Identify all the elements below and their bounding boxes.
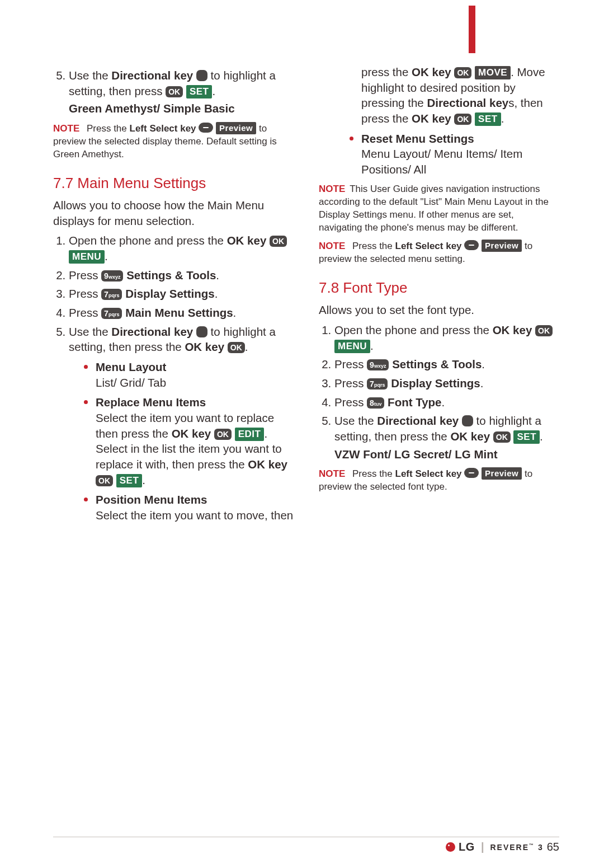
- bullet-head: Position Menu Items: [96, 493, 207, 506]
- step: Open the phone and press the OK key OK M…: [69, 233, 294, 264]
- page: Use the Directional key to highlight a s…: [0, 0, 604, 868]
- key-letters: wxyz: [108, 274, 121, 280]
- note-label: NOTE: [319, 241, 345, 251]
- side-tab: [469, 6, 475, 53]
- note-block: NOTE Press the Left Select key Preview t…: [319, 467, 559, 494]
- directional-key-icon: [196, 70, 207, 81]
- ok-key-icon: OK: [270, 236, 287, 247]
- move-badge: MOVE: [475, 66, 511, 79]
- bullet: Menu Layout List/ Grid/ Tab: [96, 358, 294, 390]
- bold-text: OK key: [227, 234, 270, 247]
- key-letters: pqrs: [108, 312, 120, 317]
- section-heading: 7.8 Font Type: [319, 278, 559, 298]
- step: Press 7pqrs Display Settings.: [334, 376, 559, 391]
- bullet: Reset Menu Settings Menu Layout/ Menu It…: [361, 130, 559, 177]
- text: Open the phone and press the: [334, 323, 493, 336]
- brand-lg: LG: [459, 841, 475, 853]
- brand-revere-text: REVERE: [490, 843, 529, 852]
- set-badge: SET: [475, 112, 501, 126]
- page-number: 65: [547, 841, 559, 853]
- bullet-text: Menu Layout/ Menu Items/ Item Positions/…: [361, 147, 522, 176]
- step: Press 9wxyz Settings & Tools.: [334, 356, 559, 372]
- lg-logo-icon: [446, 842, 455, 852]
- key-8-icon: 8tuv: [367, 397, 384, 409]
- key-9-icon: 9wxyz: [367, 359, 389, 370]
- ok-key-icon: OK: [214, 429, 232, 440]
- menu-badge: MENU: [69, 250, 105, 264]
- bold-text: OK key: [185, 340, 227, 353]
- bold-text: Directional key: [111, 69, 193, 82]
- left-select-key-icon: [199, 123, 213, 133]
- bullet-text: List/ Grid/ Tab: [96, 376, 166, 389]
- page-footer: LG | REVERE™ 3 65: [53, 837, 559, 837]
- note-text: Press the: [352, 468, 395, 479]
- bold-text: Directional key: [377, 414, 459, 427]
- bold-text: OK key: [493, 323, 535, 336]
- bold-text: OK key: [412, 65, 454, 78]
- note-text: This User Guide gives navigation instruc…: [319, 184, 549, 233]
- bold-text: Left Select key: [395, 241, 462, 251]
- text: Press: [69, 269, 101, 281]
- key-7-icon: 7pqrs: [367, 378, 388, 390]
- directional-key-icon: [462, 415, 473, 426]
- note-label: NOTE: [319, 184, 345, 194]
- bullet: Replace Menu Items Select the item you w…: [96, 393, 294, 487]
- bold-text: OK key: [248, 458, 287, 471]
- key-7-icon: 7pqrs: [101, 308, 122, 319]
- note-label: NOTE: [319, 468, 345, 479]
- bold-text: Main Menu Settings: [125, 306, 233, 319]
- step: Press 9wxyz Settings & Tools.: [69, 268, 294, 283]
- ok-key-icon: OK: [166, 86, 183, 97]
- key-digit: 7: [104, 290, 108, 299]
- note-label: NOTE: [53, 123, 79, 134]
- key-digit: 7: [370, 379, 374, 388]
- ok-key-icon: OK: [454, 67, 471, 78]
- brand-revere-suffix: 3: [538, 843, 544, 852]
- preview-badge: Preview: [482, 467, 522, 480]
- left-select-key-icon: [464, 468, 479, 478]
- text: Use the: [69, 69, 111, 82]
- bold-text: Directional key: [427, 96, 508, 109]
- bold-text: Left Select key: [130, 123, 196, 134]
- step-5: Use the Directional key to highlight a s…: [69, 68, 294, 116]
- set-badge: SET: [116, 474, 143, 487]
- key-7-icon: 7pqrs: [101, 289, 122, 300]
- menu-badge: MENU: [334, 340, 370, 353]
- ok-key-icon: OK: [454, 114, 471, 125]
- key-digit: 9: [104, 271, 108, 280]
- steps-list: Open the phone and press the OK key OK M…: [319, 322, 559, 462]
- key-letters: pqrs: [374, 382, 385, 388]
- text: Press: [69, 306, 101, 319]
- note-block: NOTE Press the Left Select key Preview t…: [53, 122, 294, 161]
- edit-badge: EDIT: [235, 428, 265, 441]
- note-block: NOTE Press the Left Select key Preview t…: [319, 240, 559, 266]
- text: Open the phone and press the: [69, 234, 227, 247]
- key-letters: pqrs: [108, 293, 120, 298]
- bullet-head: Reset Menu Settings: [361, 132, 474, 145]
- bold-text: Settings & Tools: [392, 358, 482, 370]
- step: Press 7pqrs Main Menu Settings.: [69, 305, 294, 321]
- bold-text: OK key: [450, 430, 493, 443]
- bold-text: Directional key: [111, 325, 193, 338]
- set-badge: SET: [513, 430, 540, 444]
- bold-text: OK key: [172, 427, 214, 440]
- bullet-head: Menu Layout: [96, 360, 166, 373]
- step: Use the Directional key to highlight a s…: [334, 413, 559, 462]
- ok-key-icon: OK: [228, 342, 245, 353]
- key-digit: 8: [370, 398, 374, 407]
- ok-key-icon: OK: [493, 431, 511, 443]
- footer-right: LG | REVERE™ 3 65: [446, 841, 559, 853]
- directional-key-icon: [196, 326, 207, 337]
- note-block: NOTEThis User Guide gives navigation ins…: [319, 183, 559, 234]
- section-intro: Allows you to choose how the Main Menu d…: [53, 198, 294, 228]
- options-subtext: VZW Font/ LG Secret/ LG Mint: [334, 447, 559, 462]
- note-text: Press the: [352, 241, 395, 251]
- text: Use the: [334, 414, 377, 427]
- continued-steps: Use the Directional key to highlight a s…: [53, 68, 294, 116]
- key-digit: 7: [104, 309, 108, 318]
- section-intro: Allows you to set the font type.: [319, 302, 559, 318]
- text: Press: [334, 377, 367, 390]
- section-heading: 7.7 Main Menu Settings: [53, 173, 294, 193]
- text: Use the: [69, 325, 111, 338]
- bold-text: OK key: [412, 112, 454, 125]
